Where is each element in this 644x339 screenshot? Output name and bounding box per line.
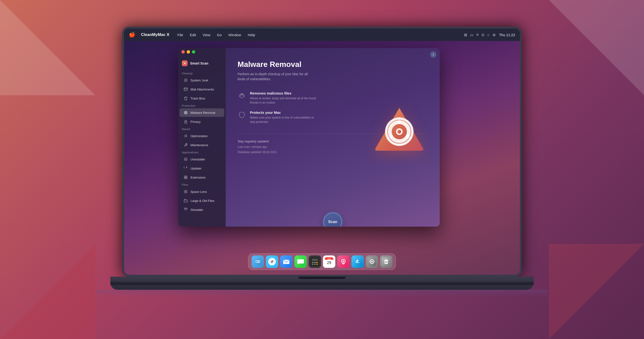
svg-rect-12 bbox=[186, 178, 187, 179]
svg-point-59 bbox=[371, 261, 373, 262]
menu-edit[interactable]: Edit bbox=[188, 32, 198, 37]
space-lens-icon bbox=[183, 189, 188, 194]
apple-menu-icon[interactable]: 🍎 bbox=[129, 32, 135, 38]
svg-rect-46 bbox=[314, 264, 316, 265]
sidebar-item-large-old-files[interactable]: Large & Old Files bbox=[180, 196, 224, 205]
uninstaller-label: Uninstaller bbox=[190, 158, 205, 161]
smart-scan-icon: ✦ bbox=[182, 61, 188, 66]
laptop: 🍎 CleanMyMac X File Edit View Go Window … bbox=[96, 27, 548, 312]
svg-text:JUN: JUN bbox=[328, 258, 331, 260]
uninstaller-icon bbox=[183, 157, 188, 162]
control-center-icon[interactable]: ⊚ bbox=[492, 33, 496, 37]
dock-calculator[interactable] bbox=[309, 255, 321, 268]
sidebar-item-privacy[interactable]: Privacy bbox=[180, 117, 224, 126]
dock-cleanmymac[interactable] bbox=[337, 255, 350, 268]
updater-label: Updater bbox=[190, 167, 202, 170]
desktop: ✦ Smart Scan Cleanup System Junk bbox=[124, 41, 520, 275]
menu-view[interactable]: View bbox=[201, 32, 212, 37]
notification-icon[interactable]: ⊞ bbox=[464, 33, 467, 37]
sidebar-item-malware-removal[interactable]: Malware Removal bbox=[180, 108, 224, 117]
svg-rect-43 bbox=[314, 262, 316, 263]
privacy-label: Privacy bbox=[190, 120, 201, 124]
menu-window[interactable]: Window bbox=[227, 32, 242, 37]
svg-point-17 bbox=[241, 94, 242, 95]
sidebar-item-extensions[interactable]: Extensions bbox=[180, 173, 224, 182]
menu-go[interactable]: Go bbox=[216, 32, 223, 37]
menubar-right: ⊞ ▭ ≡ ⊙ ⌕ ⊚ Thu 11:22 bbox=[464, 33, 515, 37]
trash-bins-label: Trash Bins bbox=[190, 97, 205, 100]
smart-scan-label: Smart Scan bbox=[190, 61, 208, 65]
sidebar-item-trash-bins[interactable]: Trash Bins bbox=[180, 94, 224, 103]
dock-trash[interactable] bbox=[380, 255, 392, 268]
messages-icon bbox=[296, 257, 305, 266]
sidebar-item-space-lens[interactable]: Space Lens bbox=[180, 187, 224, 196]
svg-rect-41 bbox=[312, 259, 318, 261]
system-junk-icon bbox=[183, 78, 188, 83]
safari-icon bbox=[268, 257, 276, 266]
maintenance-label: Maintenance bbox=[190, 143, 208, 147]
sidebar-item-uninstaller[interactable]: Uninstaller bbox=[180, 155, 224, 164]
info-button[interactable]: i bbox=[430, 52, 436, 58]
scan-button-label: Scan bbox=[328, 220, 337, 224]
appstore-icon bbox=[354, 257, 362, 266]
svg-point-16 bbox=[240, 94, 244, 98]
dock-calendar[interactable]: JUN 29 bbox=[323, 255, 335, 268]
maintenance-icon bbox=[183, 143, 188, 147]
sound-icon[interactable]: ≡ bbox=[476, 33, 478, 37]
svg-text:29: 29 bbox=[327, 261, 331, 265]
trash-icon bbox=[382, 257, 390, 266]
menu-file[interactable]: File bbox=[176, 32, 184, 37]
bg-decoration-right bbox=[549, 0, 644, 95]
dock-finder[interactable] bbox=[252, 255, 264, 268]
sidebar-item-system-junk[interactable]: System Junk bbox=[180, 76, 224, 85]
scan-button-container: Scan bbox=[323, 212, 342, 227]
display-icon[interactable]: ▭ bbox=[470, 33, 474, 37]
malware-removal-icon bbox=[183, 110, 188, 115]
malware-removal-label: Malware Removal bbox=[190, 111, 215, 115]
mail-attachments-label: Mail Attachments bbox=[190, 88, 214, 91]
sidebar-item-smart-scan[interactable]: ✦ Smart Scan bbox=[178, 58, 226, 69]
sidebar-item-mail-attachments[interactable]: Mail Attachments bbox=[180, 85, 224, 94]
section-applications: Applications bbox=[178, 150, 226, 155]
large-old-files-icon bbox=[183, 198, 188, 203]
extensions-label: Extensions bbox=[190, 176, 206, 179]
minimize-button[interactable] bbox=[187, 50, 190, 54]
sidebar-item-maintenance[interactable]: Maintenance bbox=[180, 141, 224, 149]
dock-system-prefs[interactable] bbox=[366, 255, 378, 268]
dock-appstore[interactable] bbox=[352, 255, 364, 268]
mail-icon bbox=[282, 257, 290, 266]
close-button[interactable] bbox=[182, 50, 185, 54]
search-icon[interactable]: ⌕ bbox=[487, 33, 490, 37]
sidebar-item-optimization[interactable]: Optimization bbox=[180, 132, 224, 140]
laptop-notch bbox=[298, 277, 346, 279]
app-name-menu[interactable]: CleanMyMac X bbox=[141, 32, 169, 37]
svg-rect-67 bbox=[385, 259, 387, 260]
dock-mail[interactable] bbox=[280, 255, 292, 268]
feature-removes-desc: Allows to review, study and eliminate al… bbox=[250, 96, 316, 105]
fullscreen-button[interactable] bbox=[192, 50, 195, 54]
laptop-bottom bbox=[96, 290, 548, 297]
finder-icon bbox=[254, 257, 262, 266]
menu-help[interactable]: Help bbox=[246, 32, 256, 37]
menubar-time: Thu 11:22 bbox=[499, 33, 515, 37]
biohazard-container bbox=[366, 101, 432, 167]
updater-icon bbox=[183, 166, 188, 171]
wifi-icon[interactable]: ⊙ bbox=[481, 33, 484, 37]
cleanmymac-icon bbox=[339, 257, 348, 266]
laptop-screen: 🍎 CleanMyMac X File Edit View Go Window … bbox=[122, 27, 522, 277]
dock-safari[interactable] bbox=[266, 255, 278, 268]
svg-line-21 bbox=[244, 96, 245, 97]
svg-rect-11 bbox=[184, 178, 186, 179]
svg-point-55 bbox=[343, 260, 344, 262]
system-junk-label: System Junk bbox=[190, 79, 208, 82]
optimization-label: Optimization bbox=[190, 134, 208, 138]
sidebar-item-shredder[interactable]: Shredder bbox=[180, 205, 224, 214]
main-content: i Malware Removal Perform an in-depth ch… bbox=[226, 48, 440, 227]
sidebar-item-updater[interactable]: Updater bbox=[180, 164, 224, 173]
laptop-base bbox=[110, 277, 534, 290]
calendar-icon: JUN 29 bbox=[325, 257, 334, 266]
dock-messages[interactable] bbox=[294, 255, 307, 268]
svg-line-23 bbox=[243, 93, 243, 94]
shredder-label: Shredder bbox=[190, 208, 203, 212]
scan-button[interactable]: Scan bbox=[323, 212, 342, 227]
